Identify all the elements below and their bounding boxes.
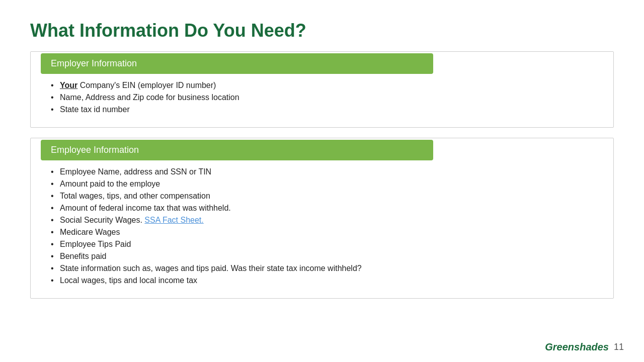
page-title: What Information Do You Need? [0,0,644,51]
state-tax-id-text: State tax id number [60,105,130,114]
list-item: Social Security Wages. SSA Fact Sheet. [51,216,598,225]
employee-name-text: Employee Name, address and SSN or TIN [60,167,211,176]
list-item: Local wages, tips and local income tax [51,276,598,285]
list-item: Total wages, tips, and other compensatio… [51,192,598,201]
footer: Greenshades 11 [545,341,624,353]
list-item: Medicare Wages [51,228,598,237]
employer-bullet-list: Your Company's EIN (employer ID number) … [46,81,598,114]
amount-paid-text: Amount paid to the employe [60,179,160,188]
list-item: Amount paid to the employe [51,179,598,189]
list-item: State tax id number [51,105,598,114]
list-item: Employee Tips Paid [51,240,598,249]
benefits-paid-text: Benefits paid [60,252,107,260]
list-item: Employee Name, address and SSN or TIN [51,167,598,176]
social-security-text: Social Security Wages. [60,216,144,224]
footer-logo: Greenshades [545,341,609,353]
employer-section-box: Employer Information Your Company's EIN … [30,51,614,128]
list-item: Your Company's EIN (employer ID number) [51,81,598,90]
list-item: Benefits paid [51,252,598,261]
bold-your: Your [60,81,77,89]
medicare-wages-text: Medicare Wages [60,228,120,236]
list-item: State information such as, wages and tip… [51,264,598,273]
local-wages-text: Local wages, tips and local income tax [60,276,197,285]
federal-income-tax-text: Amount of federal income tax that was wi… [60,204,231,212]
list-item: Name, Address and Zip code for business … [51,93,598,102]
list-item: Amount of federal income tax that was wi… [51,204,598,213]
employee-bullet-list: Employee Name, address and SSN or TIN Am… [46,167,598,285]
employee-section-box: Employee Information Employee Name, addr… [30,138,614,299]
ssa-fact-sheet-link[interactable]: SSA Fact Sheet. [144,216,203,224]
name-address-text: Name, Address and Zip code for business … [60,93,239,102]
ein-text: Company's EIN (employer ID number) [80,81,216,89]
footer-page-number: 11 [614,342,624,352]
employee-section-header: Employee Information [41,140,433,160]
total-wages-text: Total wages, tips, and other compensatio… [60,192,210,200]
state-info-text: State information such as, wages and tip… [60,264,362,273]
employee-tips-paid-text: Employee Tips Paid [60,240,131,248]
employer-section-header: Employer Information [41,53,433,74]
